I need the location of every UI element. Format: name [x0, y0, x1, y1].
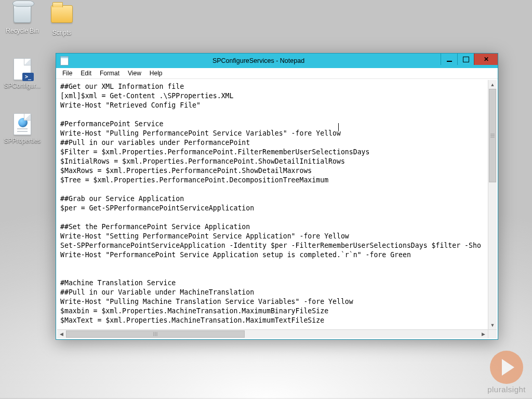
titlebar[interactable]: SPConfigureServices - Notepad [56, 54, 498, 68]
desktop-icon-folder-scripts[interactable]: Scripts [43, 3, 81, 36]
text-editor[interactable]: ##Get our XML Information file [xml]$xml… [57, 80, 488, 329]
window-title: SPConfigureServices - Notepad [71, 57, 498, 64]
desktop-icon-spconfigure[interactable]: >_ SPConfigur... [3, 58, 42, 89]
menu-view[interactable]: View [124, 69, 145, 78]
menu-help[interactable]: Help [145, 69, 167, 78]
menu-format[interactable]: Format [96, 69, 124, 78]
xml-file-icon [10, 113, 35, 136]
menu-edit[interactable]: Edit [76, 69, 96, 78]
text-caret [338, 123, 339, 131]
desktop-icon-label: SPProperties [3, 137, 42, 144]
scroll-left-arrow-icon[interactable]: ◀ [57, 330, 66, 338]
scroll-down-arrow-icon[interactable]: ▼ [488, 321, 497, 329]
vscroll-thumb[interactable] [489, 89, 496, 182]
menubar: File Edit Format View Help [56, 68, 498, 79]
minimize-button[interactable] [441, 54, 457, 65]
scroll-right-arrow-icon[interactable]: ▶ [479, 330, 488, 338]
play-icon [490, 351, 523, 384]
close-button[interactable] [474, 54, 498, 65]
desktop-icon-label: SPConfigur... [3, 82, 42, 89]
scroll-up-arrow-icon[interactable]: ▲ [488, 80, 497, 89]
watermark-text: pluralsight [487, 385, 526, 394]
vertical-scrollbar[interactable]: ▲ ▼ [488, 80, 497, 329]
scrollbar-corner [488, 329, 497, 338]
desktop-icon-recycle-bin[interactable]: Recycle Bin [3, 3, 42, 34]
powershell-file-icon: >_ [10, 58, 35, 81]
pluralsight-watermark: pluralsight [487, 351, 526, 394]
menu-file[interactable]: File [58, 69, 76, 78]
desktop-icon-label: Scripts [43, 29, 81, 36]
vscroll-track[interactable] [488, 89, 497, 321]
maximize-button[interactable] [457, 54, 474, 65]
recycle-bin-icon [10, 3, 35, 26]
desktop-icon-spproperties[interactable]: SPProperties [3, 113, 42, 144]
desktop-icon-label: Recycle Bin [3, 27, 42, 34]
horizontal-scrollbar[interactable]: ◀ ▶ [57, 329, 488, 338]
hscroll-track[interactable] [66, 330, 479, 338]
notepad-icon [58, 54, 71, 68]
notepad-window: SPConfigureServices - Notepad File Edit … [56, 53, 498, 340]
hscroll-thumb[interactable] [66, 330, 245, 338]
folder-icon [49, 5, 74, 28]
